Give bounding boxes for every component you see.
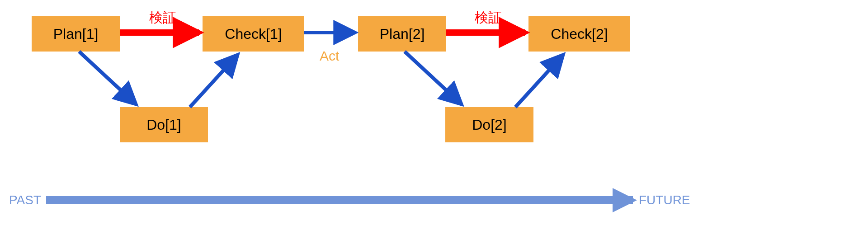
node-check-1: Check[1] xyxy=(203,16,304,52)
node-label: Do[2] xyxy=(472,117,506,133)
node-do-1: Do[1] xyxy=(120,107,208,142)
timeline-past: PAST xyxy=(9,193,41,207)
arrow-do1-check1 xyxy=(190,55,237,107)
node-label: Check[2] xyxy=(551,26,608,42)
node-plan-2: Plan[2] xyxy=(358,16,446,52)
node-check-2: Check[2] xyxy=(528,16,630,52)
node-label: Plan[1] xyxy=(53,26,99,42)
node-label: Check[1] xyxy=(225,26,282,42)
edge-label-verify-1: 検証 xyxy=(149,9,176,27)
node-label: Plan[2] xyxy=(380,26,425,42)
node-plan-1: Plan[1] xyxy=(32,16,120,52)
edge-label-verify-2: 検証 xyxy=(475,9,502,27)
node-label: Do[1] xyxy=(146,117,181,133)
arrow-do2-check2 xyxy=(515,55,563,107)
edge-label-act: Act xyxy=(320,48,339,64)
node-do-2: Do[2] xyxy=(445,107,533,142)
arrow-plan1-do1 xyxy=(79,52,136,104)
timeline-future: FUTURE xyxy=(639,193,690,207)
arrow-plan2-do2 xyxy=(405,52,461,104)
